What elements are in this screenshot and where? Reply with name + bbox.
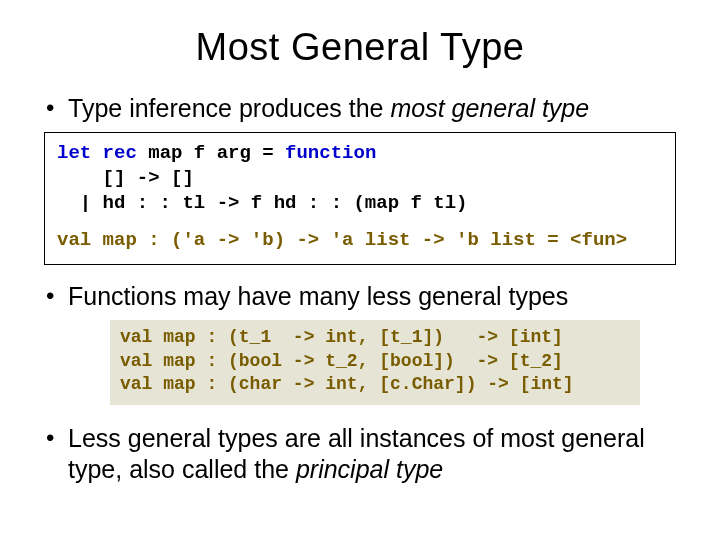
bullet-1-emph: most general type xyxy=(390,94,589,122)
kw-function: function xyxy=(285,142,376,164)
bullet-1-text: Type inference produces the xyxy=(68,94,390,122)
code2-l2: val map : (bool -> t_2, [bool]) -> [t_2] xyxy=(120,351,563,371)
code-definition: let rec map f arg = function [] -> [] | … xyxy=(57,141,663,216)
code-box-1: let rec map f arg = function [] -> [] | … xyxy=(44,132,676,264)
bullet-3-emph: principal type xyxy=(296,455,443,483)
bullet-1: Type inference produces the most general… xyxy=(40,93,680,124)
kw-let-rec: let rec xyxy=(57,142,137,164)
bullet-list-2: Functions may have many less general typ… xyxy=(40,281,680,312)
code1-l2: [] -> [] xyxy=(57,167,194,189)
bullet-2: Functions may have many less general typ… xyxy=(40,281,680,312)
code2-l1: val map : (t_1 -> int, [t_1]) -> [int] xyxy=(120,327,563,347)
code1-l1b: map f arg = xyxy=(137,142,285,164)
bullet-3: Less general types are all instances of … xyxy=(40,423,680,486)
bullet-list-3: Less general types are all instances of … xyxy=(40,423,680,486)
slide: Most General Type Type inference produce… xyxy=(0,0,720,514)
code1-sig: val map : ('a -> 'b) -> 'a list -> 'b li… xyxy=(57,228,663,253)
code2-l3: val map : (char -> int, [c.Char]) -> [in… xyxy=(120,374,574,394)
slide-title: Most General Type xyxy=(40,26,680,69)
code1-l3: | hd : : tl -> f hd : : (map f tl) xyxy=(57,192,467,214)
code-box-2: val map : (t_1 -> int, [t_1]) -> [int] v… xyxy=(110,320,640,405)
code-signature: val map : ('a -> 'b) -> 'a list -> 'b li… xyxy=(57,228,663,253)
bullet-list: Type inference produces the most general… xyxy=(40,93,680,124)
